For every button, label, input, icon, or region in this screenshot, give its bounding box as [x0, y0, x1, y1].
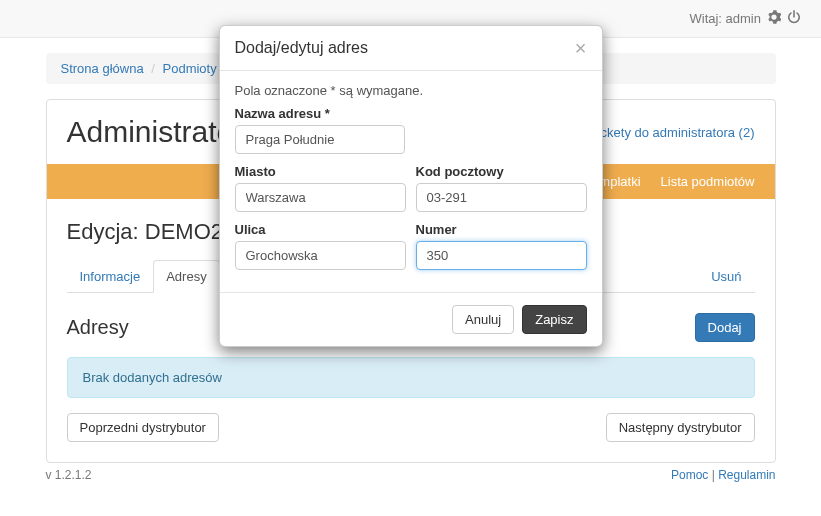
modal-backdrop: Dodaj/edytuj adres × Pola oznaczone * są…: [0, 0, 821, 516]
cancel-button[interactable]: Anuluj: [452, 305, 514, 334]
label-address-name: Nazwa adresu *: [235, 106, 405, 121]
label-city: Miasto: [235, 164, 406, 179]
required-note: Pola oznaczone * są wymagane.: [235, 83, 587, 98]
label-number: Numer: [416, 222, 587, 237]
city-input[interactable]: [235, 183, 406, 212]
number-input[interactable]: [416, 241, 587, 270]
address-modal: Dodaj/edytuj adres × Pola oznaczone * są…: [219, 25, 603, 347]
close-icon[interactable]: ×: [575, 38, 587, 58]
modal-title: Dodaj/edytuj adres: [235, 39, 368, 57]
postal-input[interactable]: [416, 183, 587, 212]
street-input[interactable]: [235, 241, 406, 270]
address-name-input[interactable]: [235, 125, 405, 154]
label-postal: Kod pocztowy: [416, 164, 587, 179]
label-street: Ulica: [235, 222, 406, 237]
save-button[interactable]: Zapisz: [522, 305, 586, 334]
